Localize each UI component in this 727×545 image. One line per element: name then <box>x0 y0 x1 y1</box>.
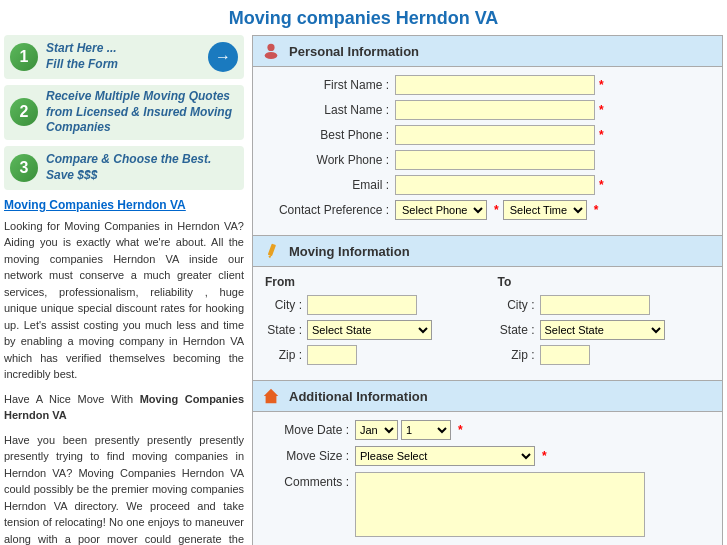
sidebar: 1 Start Here ...Fill the Form → 2 Receiv… <box>4 35 252 545</box>
comments-row: Comments : <box>265 472 710 537</box>
best-phone-label: Best Phone : <box>265 128 395 142</box>
step3-text: Compare & Choose the Best. Save $$$ <box>46 152 238 183</box>
comments-label: Comments : <box>265 472 355 489</box>
pencil-icon <box>261 241 281 261</box>
home-icon <box>261 386 281 406</box>
from-city-label: City : <box>265 298 307 312</box>
step1-text: Start Here ...Fill the Form <box>46 41 202 72</box>
step1-number: 1 <box>10 43 38 71</box>
month-select[interactable]: JanFebMarApr MayJunJulAug SepOctNovDec <box>355 420 398 440</box>
phone-type-required: * <box>494 203 499 217</box>
from-city-input[interactable] <box>307 295 417 315</box>
form-panel: Personal Information First Name : * Last… <box>252 35 723 545</box>
first-name-required: * <box>599 78 604 92</box>
additional-section-body: Move Date : JanFebMarApr MayJunJulAug Se… <box>253 412 722 545</box>
step3-number: 3 <box>10 154 38 182</box>
step2-number: 2 <box>10 98 38 126</box>
step1-arrow: → <box>208 42 238 72</box>
from-zip-row: Zip : <box>265 345 478 365</box>
last-name-label: Last Name : <box>265 103 395 117</box>
from-state-label: State : <box>265 323 307 337</box>
email-required: * <box>599 178 604 192</box>
last-name-input[interactable] <box>395 100 595 120</box>
time-required: * <box>594 203 599 217</box>
from-zip-label: Zip : <box>265 348 307 362</box>
step3-box: 3 Compare & Choose the Best. Save $$$ <box>4 146 244 190</box>
from-state-select[interactable]: Select State ALAKAZAR CACOCTDE FLGAHIID … <box>307 320 432 340</box>
phone-type-select[interactable]: Select Phone Home Phone Work Phone Cell … <box>395 200 487 220</box>
moving-section-header: Moving Information <box>253 236 722 267</box>
move-size-row: Move Size : Please Select Studio 1 Bedro… <box>265 446 710 466</box>
svg-marker-4 <box>264 389 278 403</box>
work-phone-label: Work Phone : <box>265 153 395 167</box>
from-zip-input[interactable] <box>307 345 357 365</box>
additional-section-header: Additional Information <box>253 381 722 412</box>
work-phone-input[interactable] <box>395 150 595 170</box>
sidebar-para3: Have you been presently presently presen… <box>4 432 244 545</box>
last-name-required: * <box>599 103 604 117</box>
step2-text: Receive Multiple Moving Quotes from Lice… <box>46 89 238 136</box>
from-column: From City : State : Select State ALAKAZA… <box>265 275 478 370</box>
first-name-input[interactable] <box>395 75 595 95</box>
move-date-required: * <box>458 423 463 437</box>
personal-section-header: Personal Information <box>253 36 722 67</box>
contact-pref-row: Contact Preference : Select Phone Home P… <box>265 200 710 220</box>
to-city-row: City : <box>498 295 711 315</box>
contact-pref-label: Contact Preference : <box>265 203 395 217</box>
to-state-label: State : <box>498 323 540 337</box>
svg-rect-2 <box>268 244 276 257</box>
day-select[interactable]: 12345 678910 1112131415 1617181920 21222… <box>401 420 451 440</box>
step2-box: 2 Receive Multiple Moving Quotes from Li… <box>4 85 244 140</box>
first-name-row: First Name : * <box>265 75 710 95</box>
to-state-select[interactable]: Select State ALAKAZAR CACOCTDE FLGAHIID … <box>540 320 665 340</box>
person-icon <box>261 41 281 61</box>
email-input[interactable] <box>395 175 595 195</box>
sidebar-para2: Have A Nice Move With Moving Companies H… <box>4 391 244 424</box>
moving-section-body: From City : State : Select State ALAKAZA… <box>253 267 722 381</box>
to-zip-input[interactable] <box>540 345 590 365</box>
move-date-label: Move Date : <box>265 423 355 437</box>
to-zip-row: Zip : <box>498 345 711 365</box>
move-size-select[interactable]: Please Select Studio 1 Bedroom 2 Bedroom… <box>355 446 535 466</box>
sidebar-para1: Looking for Moving Companies in Herndon … <box>4 218 244 383</box>
best-phone-required: * <box>599 128 604 142</box>
step1-box: 1 Start Here ...Fill the Form → <box>4 35 244 79</box>
to-city-input[interactable] <box>540 295 650 315</box>
best-phone-row: Best Phone : * <box>265 125 710 145</box>
from-state-row: State : Select State ALAKAZAR CACOCTDE F… <box>265 320 478 340</box>
page-title: Moving companies Herndon VA <box>0 0 727 35</box>
best-phone-input[interactable] <box>395 125 595 145</box>
sidebar-link[interactable]: Moving Companies Herndon VA <box>4 198 244 212</box>
to-city-label: City : <box>498 298 540 312</box>
move-size-required: * <box>542 449 547 463</box>
additional-section-title: Additional Information <box>289 389 428 404</box>
svg-point-0 <box>267 44 274 51</box>
comments-textarea[interactable] <box>355 472 645 537</box>
to-column: To City : State : Select State ALAKAZAR … <box>498 275 711 370</box>
move-size-label: Move Size : <box>265 449 355 463</box>
move-date-row: Move Date : JanFebMarApr MayJunJulAug Se… <box>265 420 710 440</box>
last-name-row: Last Name : * <box>265 100 710 120</box>
email-label: Email : <box>265 178 395 192</box>
svg-point-1 <box>265 52 278 59</box>
first-name-label: First Name : <box>265 78 395 92</box>
personal-section-body: First Name : * Last Name : * Best Phone … <box>253 67 722 236</box>
personal-section-title: Personal Information <box>289 44 419 59</box>
work-phone-row: Work Phone : <box>265 150 710 170</box>
from-title: From <box>265 275 478 289</box>
email-row: Email : * <box>265 175 710 195</box>
sidebar-bold: Moving Companies Herndon VA <box>4 393 244 422</box>
from-city-row: City : <box>265 295 478 315</box>
to-title: To <box>498 275 711 289</box>
time-select[interactable]: Select Time Morning Afternoon Evening <box>503 200 587 220</box>
moving-section-title: Moving Information <box>289 244 410 259</box>
to-state-row: State : Select State ALAKAZAR CACOCTDE F… <box>498 320 711 340</box>
to-zip-label: Zip : <box>498 348 540 362</box>
